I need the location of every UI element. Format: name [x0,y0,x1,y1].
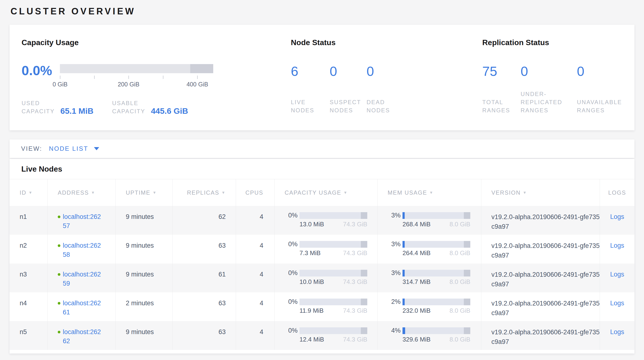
chevron-down-icon[interactable] [94,147,99,150]
mem-usage-cell: 3%314.7 MiB8.0 GiB [377,264,481,292]
logs-link[interactable]: Logs [610,328,624,350]
axis-tick-label: 400 GiB [186,81,208,88]
capacity-usage-cell: 0%13.0 MiB74.3 GiB [274,206,377,235]
memory-usage: 2%232.0 MiB8.0 GiB [388,298,481,314]
table-row: n1localhost:262579 minutes6240%13.0 MiB7… [10,206,634,235]
node-address-link[interactable]: localhost:26259 [63,270,103,292]
usable-capacity-value: 445.6 GiB [151,106,188,115]
capacity-usage: 0%7.3 MiB74.3 GiB [284,241,377,257]
capacity-usage: 0%13.0 MiB74.3 GiB [284,212,377,228]
used-capacity-stat: USED CAPACITY 65.1 MiB [22,99,94,115]
memory-bar-used-segment [402,327,405,334]
capacity-values: 11.9 MiB74.3 GiB [300,307,367,314]
column-header-label: ADDRESS [58,189,89,196]
sort-arrow-icon: ▼ [152,191,157,195]
memory-values: 264.4 MiB8.0 GiB [402,249,470,257]
replication-status-section: Replication Status 75 TOTAL RANGES 0 UND… [482,38,634,130]
live-nodes-value: 6 [291,64,330,79]
memory-bar-used-segment [402,212,405,219]
capacity-details: USED CAPACITY 65.1 MiB USABLE CAPACITY 4… [22,99,291,115]
column-header-label: MEM USAGE [388,189,427,196]
view-selector-dropdown[interactable]: NODE LIST [49,145,99,152]
column-header-cpus: CPUS [236,179,274,206]
sort-arrow-icon: ▼ [523,191,527,195]
version-value: v19.2.0-alpha.20190606-2491-gfe735c9a97 [492,242,600,259]
capacity-values: 13.0 MiB74.3 GiB [300,221,367,228]
node-address-link[interactable]: localhost:26258 [63,241,103,264]
logs-link[interactable]: Logs [610,299,624,321]
view-label: VIEW: [21,145,42,152]
live-status-icon [58,216,60,218]
capacity-bar-line: 0% [284,327,377,334]
unavailable-ranges-label: UNAVAILABLE RANGES [577,98,625,114]
sort-arrow-icon: ▼ [344,191,348,195]
memory-used-value: 264.4 MiB [402,249,430,257]
axis-tick [94,76,95,79]
live-status-icon [58,273,60,276]
replicas-cell: 61 [172,264,236,292]
column-header-label: ID [20,189,26,196]
table-body: n1localhost:262579 minutes6240%13.0 MiB7… [10,206,634,350]
under-replicated-ranges-label: UNDER-REPLICATED RANGES [520,90,568,114]
node-status-title: Node Status [291,38,482,47]
capacity-gauge-bar: 0 GiB 200 GiB 400 GiB [60,64,213,88]
memory-bar-used-segment [402,299,405,305]
node-address-link[interactable]: localhost:26257 [63,212,103,235]
logs-link[interactable]: Logs [610,213,624,235]
node-id-cell: n2 [10,235,48,264]
capacity-bar-track [300,270,367,276]
memory-usage: 3%264.4 MiB8.0 GiB [388,241,481,257]
memory-bar-line: 3% [388,241,481,248]
capacity-percent: 0.0% [22,63,52,88]
column-header-address[interactable]: ADDRESS▼ [48,179,116,206]
capacity-total-value: 74.3 GiB [343,221,367,228]
memory-values: 232.0 MiB8.0 GiB [402,307,470,314]
capacity-total-value: 74.3 GiB [343,307,367,314]
memory-percent: 3% [388,212,400,219]
capacity-total-value: 74.3 GiB [343,278,367,286]
logs-link[interactable]: Logs [610,242,624,264]
memory-bar-tail-segment [464,241,470,248]
version-value: v19.2.0-alpha.20190606-2491-gfe735c9a97 [492,271,600,288]
under-replicated-ranges-stat: 0 UNDER-REPLICATED RANGES [520,64,577,114]
capacity-bar-tail-segment [361,270,367,276]
node-address-link[interactable]: localhost:26261 [63,299,103,321]
column-header-id[interactable]: ID▼ [10,179,48,206]
axis-tick [197,76,198,79]
memory-bar-tail-segment [464,327,470,334]
column-header-uptime[interactable]: UPTIME▼ [116,179,172,206]
capacity-usage-cell: 0%12.4 MiB74.3 GiB [274,321,377,350]
live-nodes-label: LIVE NODES [291,98,327,114]
live-status-icon [58,331,60,333]
version-value: v19.2.0-alpha.20190606-2491-gfe735c9a97 [492,328,600,345]
uptime-cell: 9 minutes [116,264,172,292]
version-cell: v19.2.0-alpha.20190606-2491-gfe735c9a97 [481,264,600,292]
memory-bar-used-segment [402,270,405,276]
memory-bar-track [402,299,470,305]
live-nodes-stat: 6 LIVE NODES [291,64,330,114]
column-header-mem-usage[interactable]: MEM USAGE▼ [377,179,481,206]
memory-usage: 3%314.7 MiB8.0 GiB [388,269,481,286]
capacity-bar-track [300,299,367,305]
memory-percent: 2% [388,298,400,305]
column-header-label: LOGS [608,189,626,196]
column-header-capacity-usage[interactable]: CAPACITY USAGE▼ [274,179,377,206]
view-selected-value[interactable]: NODE LIST [49,145,88,152]
memory-bar-used-segment [402,241,405,248]
node-id-cell: n3 [10,264,48,292]
memory-bar-tail-segment [464,270,470,276]
version-value: v19.2.0-alpha.20190606-2491-gfe735c9a97 [492,300,600,316]
node-address-cell: localhost:26262 [48,321,116,350]
node-address-link[interactable]: localhost:26262 [63,327,103,350]
column-header-version[interactable]: VERSION▼ [481,179,600,206]
memory-used-value: 314.7 MiB [402,278,430,286]
memory-bar-line: 4% [388,327,481,334]
logs-link[interactable]: Logs [610,271,624,292]
node-address-cell: localhost:26257 [48,206,116,235]
capacity-percent: 0% [284,241,298,248]
uptime-cell: 2 minutes [116,292,172,321]
column-header-replicas[interactable]: REPLICAS▼ [172,179,236,206]
memory-bar-line: 3% [388,212,481,219]
memory-values: 329.6 MiB8.0 GiB [402,336,470,343]
column-header-label: UPTIME [126,189,150,196]
